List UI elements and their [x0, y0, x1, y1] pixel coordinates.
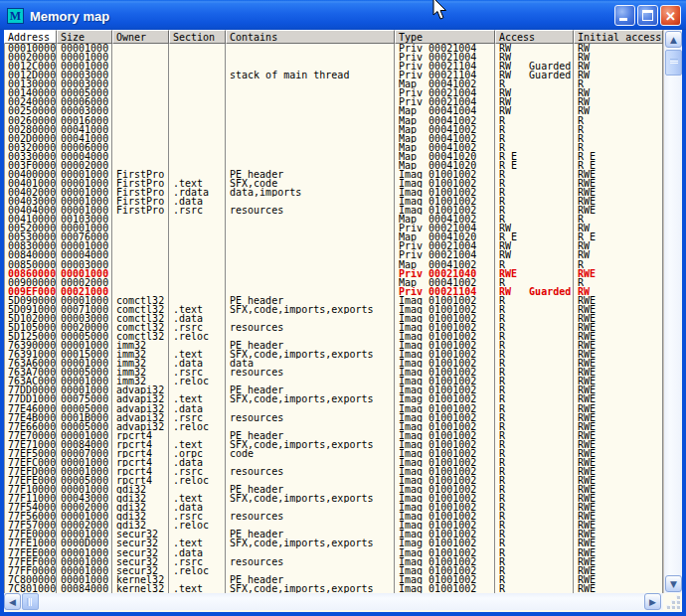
cell-section: .rsrc	[170, 557, 227, 566]
column-header-address[interactable]: Address	[4, 30, 57, 44]
table-row[interactable]: 0025000000003000Map 00041004RWRW	[5, 106, 663, 115]
table-row[interactable]: 003F000000002000Map 00041020R ER E	[5, 161, 663, 170]
table-row[interactable]: 0053000000076000Map 00041020R ER E	[5, 232, 663, 241]
table-row[interactable]: 0012C00000001000Priv 00021104RW GuardedR…	[5, 62, 663, 71]
memory-map-table[interactable]: 0001000000001000Priv 00021004RWRW0002000…	[4, 44, 663, 593]
cell-size: 00001000	[58, 179, 113, 188]
table-row[interactable]: 77FE000000001000secur32PE headerImag 010…	[5, 530, 663, 539]
table-row[interactable]: 0024000000006000Priv 00021004RWRW	[5, 97, 663, 106]
table-row[interactable]: 0033000000004000Map 00041020R ER E	[5, 152, 663, 161]
table-row[interactable]: 0001000000001000Priv 00021004RWRW	[5, 44, 663, 53]
cell-size: 00001000	[58, 44, 113, 53]
cell-owner: gdi32	[113, 485, 170, 494]
table-row[interactable]: 009EF00000021000Priv 00021104RW GuardedR…	[5, 287, 663, 296]
vertical-scrollbar[interactable]: ▲ ▼	[663, 30, 682, 593]
column-header-access[interactable]: Access	[495, 30, 574, 44]
column-header-contains[interactable]: Contains	[226, 30, 395, 44]
table-row[interactable]: 77DD000000001000advapi32PE headerImag 01…	[5, 385, 663, 394]
table-row[interactable]: 0086000000001000Priv 00021040RWERWE	[5, 269, 663, 278]
table-row[interactable]: 77FEE00000001000secur32.dataImag 0100100…	[5, 548, 663, 557]
table-row[interactable]: 7639100000015000imm32.textSFX,code,impor…	[5, 350, 663, 359]
column-header-owner[interactable]: Owner	[112, 30, 169, 44]
cell-section	[170, 53, 227, 62]
table-row[interactable]: 0040200000001000FirstPro.rdatadata,impor…	[5, 188, 663, 197]
table-row[interactable]: 77FE10000000D000secur32.textSFX,code,imp…	[5, 539, 663, 547]
table-row[interactable]: 77F5600000001000gdi32.rsrcresourcesImag …	[5, 512, 663, 521]
table-row[interactable]: 0040400000001000FirstPro.rsrcresourcesIm…	[5, 206, 663, 215]
scroll-up-button[interactable]: ▲	[665, 31, 682, 48]
table-row[interactable]: 0040100000001000FirstPro.textSFX,codeIma…	[5, 179, 663, 188]
titlebar[interactable]: M Memory map ✕	[0, 0, 686, 30]
horizontal-scroll-thumb[interactable]	[22, 593, 39, 610]
table-row[interactable]: 0032000000006000Map 00041002RR	[5, 143, 663, 152]
table-row[interactable]: 5D12500000005000comctl32.relocImag 01001…	[5, 332, 663, 341]
table-row[interactable]: 0040000000001000FirstProPE headerImag 01…	[5, 170, 663, 179]
table-row[interactable]: 5D09000000001000comctl32PE headerImag 01…	[5, 296, 663, 305]
table-row[interactable]: 5D10500000020000comctl32.rsrcresourcesIm…	[5, 323, 663, 332]
table-row[interactable]: 77EF500000007000rpcrt4.orpccodeImag 0100…	[5, 449, 663, 458]
scroll-left-button[interactable]: ◀	[4, 593, 21, 610]
table-row[interactable]: 0026000000016000Map 00041002RR	[5, 116, 663, 125]
table-row[interactable]: 002D000000041000Map 00041002RR	[5, 134, 663, 143]
scroll-down-button[interactable]: ▼	[665, 575, 682, 592]
column-header-section[interactable]: Section	[169, 30, 226, 44]
table-row[interactable]: 77DD100000075000advapi32.textSFX,code,im…	[5, 394, 663, 403]
cell-contains	[227, 134, 396, 143]
column-header-initial-access[interactable]: Initial access	[574, 30, 663, 44]
table-row[interactable]: 0041000000103000Map 00041002RR	[5, 215, 663, 224]
cell-section	[170, 241, 227, 250]
table-row[interactable]: 77F5700000002000gdi32.relocImag 01001002…	[5, 521, 663, 530]
table-row[interactable]: 77EFE00000005000rpcrt4.relocImag 0100100…	[5, 476, 663, 485]
resize-grip-icon[interactable]	[665, 594, 680, 609]
column-header-type[interactable]: Type	[395, 30, 495, 44]
table-row[interactable]: 77E4600000005000advapi32.dataImag 010010…	[5, 404, 663, 413]
cell-access: R	[496, 260, 575, 269]
table-row[interactable]: 77EFC00000001000rpcrt4.dataImag 01001002…	[5, 458, 663, 467]
table-row[interactable]: 0002000000001000Priv 00021004RWRW	[5, 53, 663, 62]
table-row[interactable]: 77E7100000084000rpcrt4.textSFX,code,impo…	[5, 440, 663, 449]
table-row[interactable]: 5D10200000003000comctl32.dataImag 010010…	[5, 314, 663, 323]
cell-contains: SFX,code,imports,exports	[227, 539, 396, 547]
close-button[interactable]: ✕	[660, 5, 681, 26]
table-row[interactable]: 77EFD00000001000rpcrt4.rsrcresourcesImag…	[5, 467, 663, 476]
maximize-button[interactable]	[637, 5, 658, 26]
table-row[interactable]: 77F1100000043000gdi32.textSFX,code,impor…	[5, 494, 663, 503]
cell-initial: RWE	[575, 385, 663, 394]
table-row[interactable]: 0040300000001000FirstPro.dataImag 010010…	[5, 197, 663, 206]
table-row[interactable]: 763AC00000001000imm32.relocImag 01001002…	[5, 377, 663, 385]
table-row[interactable]: 5D09100000071000comctl32.textSFX,code,im…	[5, 305, 663, 314]
table-row[interactable]: 763A700000005000imm32.rsrcresourcesImag …	[5, 368, 663, 377]
table-row[interactable]: 77F1000000001000gdi32PE headerImag 01001…	[5, 485, 663, 494]
table-row[interactable]: 0090000000002000Map 00041002RR	[5, 278, 663, 287]
table-row[interactable]: 0052000000001000Priv 00021004RWRW	[5, 224, 663, 232]
table-row[interactable]: 77FEF00000001000secur32.rsrcresourcesIma…	[5, 557, 663, 566]
cell-contains	[227, 143, 396, 152]
table-row[interactable]: 77E7000000001000rpcrt4PE headerImag 0100…	[5, 431, 663, 440]
table-row[interactable]: 77E6600000005000advapi32.relocImag 01001…	[5, 422, 663, 431]
table-row[interactable]: 7C80000000001000kernel32PE headerImag 01…	[5, 575, 663, 584]
table-row[interactable]: 0014000000005000Priv 00021004RWRW	[5, 88, 663, 97]
column-header-size[interactable]: Size	[57, 30, 112, 44]
cell-owner: gdi32	[113, 494, 170, 503]
table-row[interactable]: 7C80100000084000kernel32.textSFX,code,im…	[5, 584, 663, 593]
cell-contains	[227, 332, 396, 341]
table-row[interactable]: 0083000000001000Priv 00021004RWRW	[5, 241, 663, 250]
horizontal-scrollbar[interactable]: ◀ ▶	[4, 593, 663, 610]
cell-initial: RWE	[575, 170, 663, 179]
vertical-scroll-thumb[interactable]	[665, 50, 682, 76]
table-row[interactable]: 763A600000001000imm32.datadataImag 01001…	[5, 359, 663, 368]
scroll-right-button[interactable]: ▶	[644, 593, 661, 610]
table-row[interactable]: 77FF000000001000secur32.relocImag 010010…	[5, 566, 663, 575]
cell-size: 00003000	[58, 71, 113, 79]
cell-size: 00021000	[58, 287, 113, 296]
table-row[interactable]: 77F5400000002000gdi32.dataImag 01001002R…	[5, 503, 663, 512]
table-row[interactable]: 0013000000003000Map 00041002RR	[5, 79, 663, 88]
table-row[interactable]: 0012D00000003000stack of main threadPriv…	[5, 71, 663, 79]
cell-access: R	[496, 413, 575, 422]
minimize-button[interactable]	[614, 5, 635, 26]
table-row[interactable]: 0028000000041000Map 00041002RR	[5, 125, 663, 134]
table-row[interactable]: 7639000000001000imm32PE headerImag 01001…	[5, 341, 663, 350]
table-row[interactable]: 0084000000004000Priv 00021004RWRW	[5, 250, 663, 259]
table-row[interactable]: 77E4B0000001B000advapi32.rsrcresourcesIm…	[5, 413, 663, 422]
table-row[interactable]: 0085000000003000Map 00041002RR	[5, 260, 663, 269]
